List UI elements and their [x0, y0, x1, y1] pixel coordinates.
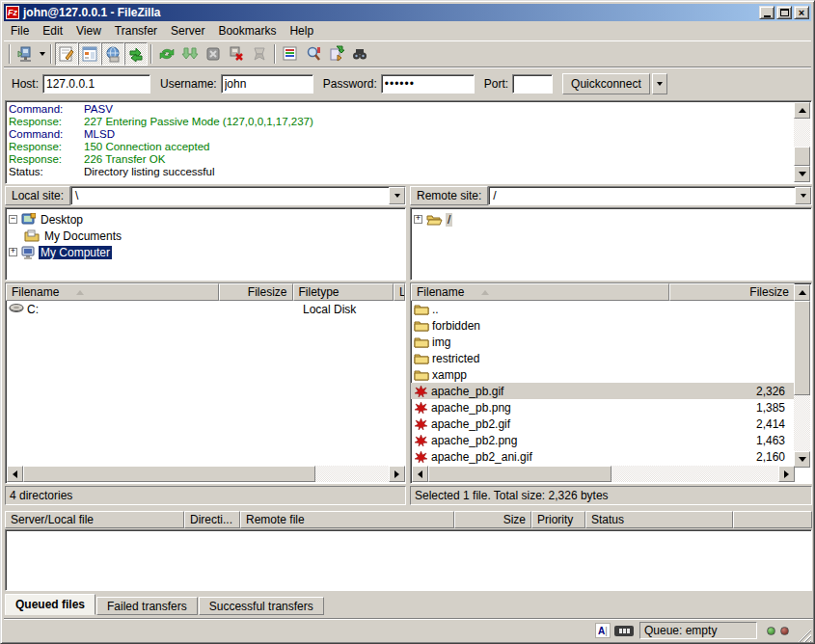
scroll-track[interactable]: [794, 395, 810, 451]
local-horizontal-scrollbar[interactable]: [7, 466, 405, 482]
host-input[interactable]: [42, 74, 150, 94]
remote-horizontal-scrollbar[interactable]: [412, 466, 795, 482]
tree-item-my-documents[interactable]: My Documents: [9, 228, 405, 244]
menu-file[interactable]: File: [4, 22, 36, 40]
port-input[interactable]: [512, 74, 553, 94]
remote-file-row[interactable]: img: [411, 334, 795, 350]
toggle-remote-tree-button[interactable]: [101, 42, 124, 66]
scroll-right-button[interactable]: [778, 466, 795, 482]
menu-server[interactable]: Server: [164, 22, 211, 40]
column-header-filesize[interactable]: Filesize: [219, 283, 293, 301]
quickconnect-dropdown[interactable]: [652, 73, 667, 94]
quickconnect-button[interactable]: Quickconnect: [562, 73, 650, 94]
cancel-button[interactable]: [202, 42, 225, 66]
log-scrollbar[interactable]: [794, 102, 810, 182]
local-file-row-c-drive[interactable]: C: Local Disk: [6, 301, 405, 317]
synchronized-browsing-button[interactable]: [348, 42, 371, 66]
local-site-dropdown[interactable]: [389, 187, 405, 204]
remote-vertical-scrollbar[interactable]: [794, 284, 810, 468]
menu-bookmarks[interactable]: Bookmarks: [211, 22, 283, 40]
find-files-button[interactable]: [302, 42, 325, 66]
site-manager-button[interactable]: [14, 42, 37, 66]
expand-icon[interactable]: +: [414, 215, 422, 224]
tab-queued-files[interactable]: Queued files: [5, 594, 95, 615]
minimize-button[interactable]: [759, 6, 774, 19]
scroll-up-button[interactable]: [794, 284, 810, 301]
remote-site-dropdown[interactable]: [795, 187, 811, 204]
column-header-filesize[interactable]: Filesize: [669, 283, 795, 301]
scroll-track[interactable]: [794, 119, 810, 147]
scroll-down-button[interactable]: [794, 166, 810, 182]
encryption-indicator-icon[interactable]: [614, 626, 634, 636]
remote-file-row[interactable]: forbidden: [411, 317, 795, 334]
column-header-status[interactable]: Status: [585, 511, 733, 528]
remote-file-row[interactable]: apache_pb2.gif 2,414: [411, 416, 795, 432]
process-queue-button[interactable]: [178, 42, 202, 66]
remote-site-combo[interactable]: /: [488, 186, 812, 205]
tree-item-my-computer[interactable]: + My Computer: [9, 244, 405, 260]
disconnect-button[interactable]: [225, 42, 248, 66]
reconnect-button[interactable]: [248, 42, 271, 66]
menu-view[interactable]: View: [69, 22, 108, 40]
remote-file-row[interactable]: apache_pb2.png 1,463: [411, 432, 795, 448]
scroll-track[interactable]: [611, 466, 778, 482]
scroll-thumb[interactable]: [794, 147, 810, 166]
column-header-filename[interactable]: Filename: [411, 283, 669, 301]
column-header-filename[interactable]: Filename: [6, 283, 219, 301]
column-header-size[interactable]: Size: [454, 511, 531, 528]
column-header-lastmodified[interactable]: L: [394, 283, 405, 301]
site-manager-dropdown[interactable]: [37, 42, 47, 66]
column-header-filetype[interactable]: Filetype: [293, 283, 394, 301]
column-header-server-local-file[interactable]: Server/Local file: [5, 511, 184, 528]
expand-icon[interactable]: +: [9, 248, 17, 256]
scroll-up-button[interactable]: [794, 102, 810, 119]
toggle-local-tree-button[interactable]: [78, 42, 101, 66]
scroll-right-button[interactable]: [389, 466, 405, 482]
transfer-type-ascii-icon[interactable]: A|: [595, 623, 611, 638]
collapse-icon[interactable]: −: [9, 215, 17, 224]
folder-icon: [414, 319, 429, 332]
remote-file-row-selected[interactable]: apache_pb.gif 2,326: [411, 383, 795, 399]
column-header-priority[interactable]: Priority: [531, 511, 585, 528]
username-input[interactable]: [221, 74, 313, 94]
remote-tree[interactable]: + /: [410, 207, 812, 281]
menu-edit[interactable]: Edit: [36, 22, 69, 40]
tab-failed-transfers[interactable]: Failed transfers: [96, 597, 198, 615]
column-header-remote-file[interactable]: Remote file: [240, 511, 454, 528]
tab-successful-transfers[interactable]: Successful transfers: [199, 597, 324, 615]
tree-item-desktop[interactable]: − Desktop: [9, 211, 405, 228]
toggle-queue-button[interactable]: [124, 42, 148, 66]
remote-file-row[interactable]: restricted: [411, 350, 795, 366]
title-bar[interactable]: Fz john@127.0.0.1 - FileZilla ×: [4, 4, 811, 21]
remote-file-list[interactable]: Filename Filesize .. forbidden img restr…: [410, 282, 812, 484]
remote-file-row[interactable]: apache_pb2_ani.gif 2,160: [411, 448, 795, 465]
menu-transfer[interactable]: Transfer: [108, 22, 164, 40]
local-tree[interactable]: − Desktop My Documents + My Computer: [5, 207, 406, 281]
scroll-left-button[interactable]: [412, 466, 428, 482]
scroll-thumb[interactable]: [23, 466, 315, 482]
close-button[interactable]: ×: [794, 6, 809, 19]
column-header-direction[interactable]: Directi...: [184, 511, 240, 528]
scroll-track[interactable]: [315, 466, 389, 482]
local-site-combo[interactable]: \: [70, 186, 406, 205]
remote-file-row[interactable]: apache_pb.png 1,385: [411, 399, 795, 416]
scroll-thumb[interactable]: [428, 466, 611, 482]
password-input[interactable]: [381, 74, 475, 94]
scroll-down-button[interactable]: [794, 451, 810, 468]
remote-file-row[interactable]: xampp: [411, 366, 795, 383]
menu-help[interactable]: Help: [283, 22, 320, 40]
maximize-button[interactable]: [776, 6, 792, 19]
refresh-button[interactable]: [155, 42, 178, 66]
queue-list[interactable]: [5, 529, 812, 591]
scroll-left-button[interactable]: [7, 466, 23, 482]
scroll-thumb[interactable]: [794, 301, 810, 395]
remote-file-row[interactable]: ..: [411, 301, 795, 317]
directory-comparison-button[interactable]: [325, 42, 348, 66]
local-file-list[interactable]: Filename Filesize Filetype L C: Local Di…: [5, 282, 406, 484]
filter-button[interactable]: [279, 42, 302, 66]
message-log[interactable]: Command:PASV Response:227 Entering Passi…: [5, 100, 812, 184]
desktop-icon: [21, 213, 36, 227]
resize-grip[interactable]: [798, 629, 811, 642]
toggle-log-button[interactable]: [55, 42, 78, 66]
tree-item-root[interactable]: + /: [414, 211, 811, 228]
